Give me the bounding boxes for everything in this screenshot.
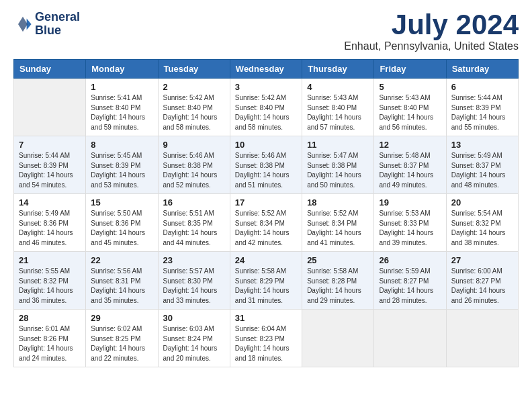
day-number: 31 — [235, 313, 297, 323]
day-header-saturday: Saturday — [446, 60, 518, 79]
logo: General Blue — [13, 11, 80, 38]
day-cell — [374, 310, 446, 367]
day-info: Sunrise: 6:00 AM Sunset: 8:27 PM Dayligh… — [451, 267, 513, 306]
title-block: July 2024 Enhaut, Pennsylvania, United S… — [344, 11, 519, 52]
week-row-4: 21Sunrise: 5:55 AM Sunset: 8:32 PM Dayli… — [14, 252, 519, 310]
day-cell: 6Sunrise: 5:44 AM Sunset: 8:39 PM Daylig… — [446, 79, 518, 136]
day-number: 6 — [451, 82, 513, 92]
day-cell: 22Sunrise: 5:56 AM Sunset: 8:31 PM Dayli… — [86, 252, 158, 310]
day-info: Sunrise: 5:42 AM Sunset: 8:40 PM Dayligh… — [163, 93, 225, 132]
day-cell: 20Sunrise: 5:54 AM Sunset: 8:32 PM Dayli… — [446, 194, 518, 252]
week-row-1: 1Sunrise: 5:41 AM Sunset: 8:40 PM Daylig… — [14, 79, 519, 136]
day-info: Sunrise: 5:52 AM Sunset: 8:34 PM Dayligh… — [307, 209, 369, 248]
day-number: 25 — [307, 255, 369, 265]
day-cell: 24Sunrise: 5:58 AM Sunset: 8:29 PM Dayli… — [230, 252, 302, 310]
day-info: Sunrise: 5:59 AM Sunset: 8:27 PM Dayligh… — [379, 267, 441, 306]
day-number: 16 — [163, 197, 225, 208]
day-number: 17 — [235, 197, 297, 208]
day-info: Sunrise: 5:58 AM Sunset: 8:29 PM Dayligh… — [235, 267, 297, 306]
day-cell: 16Sunrise: 5:51 AM Sunset: 8:35 PM Dayli… — [158, 194, 230, 252]
day-number: 3 — [235, 82, 297, 92]
day-info: Sunrise: 5:43 AM Sunset: 8:40 PM Dayligh… — [307, 93, 369, 132]
day-cell: 31Sunrise: 6:04 AM Sunset: 8:23 PM Dayli… — [230, 310, 302, 367]
day-info: Sunrise: 5:43 AM Sunset: 8:40 PM Dayligh… — [379, 93, 441, 132]
calendar: SundayMondayTuesdayWednesdayThursdayFrid… — [13, 59, 519, 367]
location: Enhaut, Pennsylvania, United States — [344, 40, 519, 52]
day-cell: 13Sunrise: 5:49 AM Sunset: 8:37 PM Dayli… — [446, 136, 518, 194]
day-cell: 5Sunrise: 5:43 AM Sunset: 8:40 PM Daylig… — [374, 79, 446, 136]
day-info: Sunrise: 5:45 AM Sunset: 8:39 PM Dayligh… — [91, 151, 152, 190]
day-number: 10 — [235, 140, 297, 150]
day-cell: 17Sunrise: 5:52 AM Sunset: 8:34 PM Dayli… — [230, 194, 302, 252]
day-info: Sunrise: 5:42 AM Sunset: 8:40 PM Dayligh… — [235, 93, 297, 132]
day-info: Sunrise: 5:57 AM Sunset: 8:30 PM Dayligh… — [163, 267, 225, 306]
calendar-header-row: SundayMondayTuesdayWednesdayThursdayFrid… — [14, 60, 519, 79]
day-number: 7 — [19, 140, 81, 150]
day-info: Sunrise: 5:50 AM Sunset: 8:36 PM Dayligh… — [91, 209, 152, 248]
day-cell: 9Sunrise: 5:46 AM Sunset: 8:38 PM Daylig… — [158, 136, 230, 194]
svg-marker-1 — [18, 17, 28, 32]
day-info: Sunrise: 5:41 AM Sunset: 8:40 PM Dayligh… — [91, 93, 152, 132]
day-cell: 12Sunrise: 5:48 AM Sunset: 8:37 PM Dayli… — [374, 136, 446, 194]
day-info: Sunrise: 5:46 AM Sunset: 8:38 PM Dayligh… — [163, 151, 225, 190]
day-number: 1 — [91, 82, 152, 92]
day-cell — [302, 310, 374, 367]
day-number: 27 — [451, 255, 513, 265]
day-number: 26 — [379, 255, 441, 265]
day-info: Sunrise: 5:49 AM Sunset: 8:37 PM Dayligh… — [451, 151, 513, 190]
day-cell: 21Sunrise: 5:55 AM Sunset: 8:32 PM Dayli… — [14, 252, 86, 310]
day-info: Sunrise: 6:02 AM Sunset: 8:25 PM Dayligh… — [91, 324, 152, 363]
month-title: July 2024 — [344, 11, 519, 39]
day-number: 14 — [19, 197, 81, 208]
day-header-tuesday: Tuesday — [158, 60, 230, 79]
day-cell: 19Sunrise: 5:53 AM Sunset: 8:33 PM Dayli… — [374, 194, 446, 252]
logo-icon — [13, 15, 32, 34]
day-info: Sunrise: 5:58 AM Sunset: 8:28 PM Dayligh… — [307, 267, 369, 306]
day-cell: 8Sunrise: 5:45 AM Sunset: 8:39 PM Daylig… — [86, 136, 158, 194]
day-info: Sunrise: 6:04 AM Sunset: 8:23 PM Dayligh… — [235, 324, 297, 363]
day-number: 4 — [307, 82, 369, 92]
day-header-sunday: Sunday — [14, 60, 86, 79]
day-info: Sunrise: 5:55 AM Sunset: 8:32 PM Dayligh… — [19, 267, 81, 306]
day-cell: 25Sunrise: 5:58 AM Sunset: 8:28 PM Dayli… — [302, 252, 374, 310]
day-cell: 15Sunrise: 5:50 AM Sunset: 8:36 PM Dayli… — [86, 194, 158, 252]
day-number: 9 — [163, 140, 225, 150]
day-info: Sunrise: 6:03 AM Sunset: 8:24 PM Dayligh… — [163, 324, 225, 363]
day-number: 12 — [379, 140, 441, 150]
day-header-monday: Monday — [86, 60, 158, 79]
day-info: Sunrise: 5:56 AM Sunset: 8:31 PM Dayligh… — [91, 267, 152, 306]
day-info: Sunrise: 5:48 AM Sunset: 8:37 PM Dayligh… — [379, 151, 441, 190]
day-number: 28 — [19, 313, 81, 323]
day-number: 20 — [451, 197, 513, 208]
week-row-5: 28Sunrise: 6:01 AM Sunset: 8:26 PM Dayli… — [14, 310, 519, 367]
day-cell: 26Sunrise: 5:59 AM Sunset: 8:27 PM Dayli… — [374, 252, 446, 310]
page-header: General Blue July 2024 Enhaut, Pennsylva… — [13, 11, 519, 52]
day-number: 15 — [91, 197, 152, 208]
day-cell: 10Sunrise: 5:46 AM Sunset: 8:38 PM Dayli… — [230, 136, 302, 194]
calendar-body: 1Sunrise: 5:41 AM Sunset: 8:40 PM Daylig… — [14, 79, 519, 367]
day-cell: 30Sunrise: 6:03 AM Sunset: 8:24 PM Dayli… — [158, 310, 230, 367]
week-row-3: 14Sunrise: 5:49 AM Sunset: 8:36 PM Dayli… — [14, 194, 519, 252]
day-number: 30 — [163, 313, 225, 323]
day-info: Sunrise: 5:47 AM Sunset: 8:38 PM Dayligh… — [307, 151, 369, 190]
day-cell: 3Sunrise: 5:42 AM Sunset: 8:40 PM Daylig… — [230, 79, 302, 136]
day-cell: 28Sunrise: 6:01 AM Sunset: 8:26 PM Dayli… — [14, 310, 86, 367]
day-number: 29 — [91, 313, 152, 323]
week-row-2: 7Sunrise: 5:44 AM Sunset: 8:39 PM Daylig… — [14, 136, 519, 194]
day-number: 2 — [163, 82, 225, 92]
day-info: Sunrise: 5:52 AM Sunset: 8:34 PM Dayligh… — [235, 209, 297, 248]
day-number: 5 — [379, 82, 441, 92]
logo-text: General Blue — [35, 11, 80, 38]
day-info: Sunrise: 5:51 AM Sunset: 8:35 PM Dayligh… — [163, 209, 225, 248]
day-number: 8 — [91, 140, 152, 150]
day-header-thursday: Thursday — [302, 60, 374, 79]
day-number: 13 — [451, 140, 513, 150]
day-cell: 7Sunrise: 5:44 AM Sunset: 8:39 PM Daylig… — [14, 136, 86, 194]
day-cell: 1Sunrise: 5:41 AM Sunset: 8:40 PM Daylig… — [86, 79, 158, 136]
day-number: 21 — [19, 255, 81, 265]
day-cell — [14, 79, 86, 136]
day-info: Sunrise: 5:49 AM Sunset: 8:36 PM Dayligh… — [19, 209, 81, 248]
day-cell — [446, 310, 518, 367]
day-number: 23 — [163, 255, 225, 265]
day-number: 22 — [91, 255, 152, 265]
